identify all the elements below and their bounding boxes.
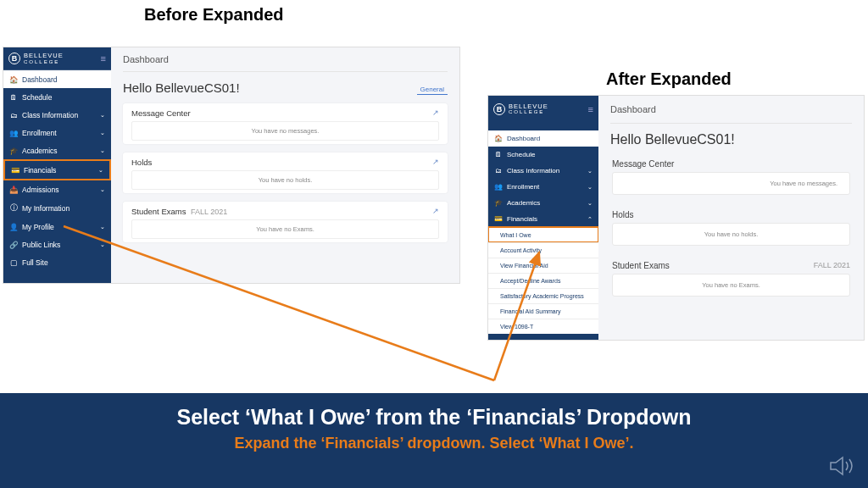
sidebar-item-enrollment[interactable]: 👥 Enrollment ⌄	[3, 124, 111, 141]
card-title: Holds	[612, 210, 850, 223]
sidebar-item-my-profile[interactable]: 👤 My Profile ⌄	[3, 218, 111, 236]
sidebar-item-class-info[interactable]: 🗂 Class Information ⌄	[3, 106, 111, 124]
chevron-down-icon: ⌄	[587, 200, 593, 207]
sub-item-what-i-owe[interactable]: What I Owe	[488, 227, 598, 242]
sidebar-item-label: Class Information	[22, 111, 78, 119]
sidebar-item-label: Schedule	[507, 151, 535, 158]
external-icon[interactable]: ↗	[432, 108, 439, 118]
card-title: Student Exams	[612, 261, 670, 270]
card-body: You have no Exams.	[612, 274, 850, 297]
sidebar-item-schedule[interactable]: 🗓 Schedule	[488, 147, 598, 163]
card-icon: 💳	[11, 166, 19, 175]
chevron-down-icon: ⌄	[98, 167, 103, 174]
card-title: Message Center	[131, 108, 191, 118]
sidebar-item-label: Class Information	[507, 167, 559, 175]
logo-line2: COLLEGE	[509, 109, 548, 114]
menu-icon[interactable]: ≡	[101, 53, 106, 64]
card-term: FALL 2021	[191, 208, 227, 216]
logo-icon: B	[8, 53, 20, 64]
card-messages: Message Center↗ You have no messages.	[123, 103, 448, 144]
calendar-icon: 🗓	[9, 93, 18, 102]
page-title: Dashboard	[123, 47, 448, 72]
sub-item-fa-summary[interactable]: Financial Aid Summary	[488, 303, 598, 319]
sidebar-item-financials[interactable]: 💳 Financials ⌃	[488, 211, 598, 227]
sidebar-item-label: My Information	[22, 204, 70, 213]
card-body: You have no holds.	[131, 170, 439, 190]
chevron-down-icon: ⌄	[100, 241, 105, 248]
cap-icon: 🎓	[9, 147, 18, 155]
logo-line1: BELLEVUE	[24, 53, 64, 59]
menu-icon[interactable]: ≡	[588, 104, 593, 114]
sidebar-item-label: Public Links	[22, 241, 60, 249]
book-icon: 🗂	[9, 111, 18, 119]
greeting: Hello BellevueCS01! General	[123, 72, 448, 103]
page-title: Dashboard	[610, 96, 852, 124]
sidebar-item-class-info[interactable]: 🗂 Class Information ⌄	[488, 163, 598, 179]
sidebar-item-label: My Profile	[22, 223, 54, 231]
sidebar-item-label: Academics	[22, 147, 58, 155]
sub-item-account-activity[interactable]: Account Activity	[488, 242, 598, 258]
logo-icon: B	[493, 103, 505, 115]
user-icon: 👤	[9, 223, 18, 231]
sidebar-item-admissions[interactable]: 📥 Admissions ⌄	[3, 180, 111, 198]
sidebar-item-label: Enrollment	[22, 129, 57, 137]
external-icon[interactable]: ↗	[432, 158, 439, 167]
sidebar-item-my-info[interactable]: ⓘ My Information	[3, 198, 111, 218]
sidebar-item-financials[interactable]: 💳 Financials ⌄	[3, 159, 111, 180]
banner-subtitle: Expand the ‘Financials’ dropdown. Select…	[0, 435, 868, 452]
sidebar-item-full-site[interactable]: ▢ Full Site	[3, 253, 111, 271]
card-term: FALL 2021	[814, 261, 850, 270]
sidebar-item-label: Dashboard	[22, 75, 58, 84]
chevron-down-icon: ⌄	[100, 186, 105, 193]
door-icon: 📥	[9, 186, 18, 194]
sidebar-item-label: Enrollment	[507, 183, 539, 191]
logo-line2: COLLEGE	[24, 59, 64, 64]
heading-after: After Expanded	[606, 69, 732, 89]
logo[interactable]: B BELLEVUE COLLEGE ≡	[3, 47, 111, 70]
sidebar-item-label: Academics	[507, 199, 540, 207]
chevron-down-icon: ⌄	[100, 147, 105, 154]
sidebar-item-academics[interactable]: 🎓 Academics ⌄	[488, 195, 598, 211]
main-content-after: Dashboard Hello BellevueCS01! Message Ce…	[598, 96, 864, 340]
chevron-down-icon: ⌄	[100, 112, 105, 119]
instruction-banner: Select ‘What I Owe’ from the ‘Financials…	[0, 393, 868, 488]
sidebar-item-public-links[interactable]: 🔗 Public Links ⌄	[3, 236, 111, 253]
sidebar-item-label: Dashboard	[507, 135, 540, 142]
card-body: You have no messages.	[612, 172, 850, 195]
sub-item-accept-decline[interactable]: Accept/Decline Awards	[488, 273, 598, 288]
sub-item-view-1098t[interactable]: View 1098-T	[488, 319, 598, 334]
sidebar-item-label: Financials	[24, 166, 56, 175]
sidebar-item-dashboard[interactable]: 🏠 Dashboard	[3, 70, 111, 88]
sub-item-sap[interactable]: Satisfactory Academic Progress	[488, 288, 598, 303]
sidebar-item-dashboard[interactable]: 🏠 Dashboard	[488, 130, 598, 147]
sidebar-item-label: Admissions	[22, 186, 58, 194]
chevron-down-icon: ⌄	[587, 168, 593, 175]
card-title: Holds	[131, 158, 152, 167]
cap-icon: 🎓	[494, 199, 503, 207]
book-icon: 🗂	[494, 167, 503, 175]
speaker-icon	[829, 454, 856, 478]
external-icon[interactable]: ↗	[432, 207, 439, 216]
card-body: You have no messages.	[131, 121, 439, 141]
card-holds: Holds↗ You have no holds.	[123, 152, 448, 193]
sidebar-item-schedule[interactable]: 🗓 Schedule	[3, 88, 111, 106]
chevron-down-icon: ⌄	[100, 130, 105, 136]
card-body: You have no Exams.	[131, 219, 439, 239]
logo[interactable]: B BELLEVUE COLLEGE ≡	[488, 96, 598, 122]
card-title: Student Exams	[131, 207, 186, 216]
card-messages: Message Center You have no messages.	[610, 156, 852, 198]
sub-item-view-financial-aid[interactable]: View Financial Aid	[488, 258, 598, 273]
logo-text: BELLEVUE COLLEGE	[509, 103, 548, 115]
tab-general[interactable]: General	[417, 86, 448, 95]
panel-after: B BELLEVUE COLLEGE ≡ 🏠 Dashboard 🗓 Sched…	[487, 95, 865, 341]
window-icon: ▢	[9, 258, 18, 267]
greeting-text: Hello BellevueCS01!	[123, 80, 240, 95]
card-exams: Student Exams FALL 2021↗ You have no Exa…	[123, 202, 448, 242]
sidebar-item-enrollment[interactable]: 👥 Enrollment ⌄	[488, 179, 598, 195]
sidebar-after: B BELLEVUE COLLEGE ≡ 🏠 Dashboard 🗓 Sched…	[488, 96, 598, 340]
heading-before: Before Expanded	[144, 5, 283, 25]
sidebar-item-label: Full Site	[22, 258, 48, 267]
main-content-before: Dashboard Hello BellevueCS01! General Me…	[111, 47, 459, 283]
sidebar-item-academics[interactable]: 🎓 Academics ⌄	[3, 141, 111, 159]
card-exams: Student Exams FALL 2021 You have no Exam…	[610, 258, 852, 300]
